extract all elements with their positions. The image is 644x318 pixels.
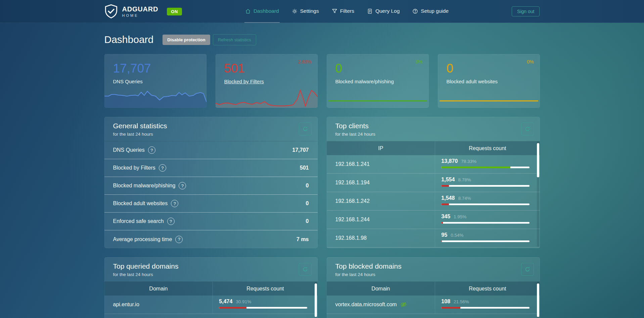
stat-label: Average processing time: [113, 236, 172, 242]
client-row: 192.168.1.98 950.54%: [327, 229, 540, 247]
help-icon[interactable]: ?: [148, 146, 155, 154]
client-row: 192.168.1.194 1,5548.78%: [327, 174, 540, 192]
nav-item-settings[interactable]: Settings: [291, 0, 320, 23]
panel-subtitle: for the last 24 hours: [335, 132, 531, 137]
stat-row: Blocked adult websites? 0: [104, 195, 318, 213]
refresh-icon: [525, 267, 530, 272]
nav-item-dashboard[interactable]: Dashboard: [244, 0, 280, 23]
column-header-domain: Domain: [104, 282, 213, 296]
stat-row: Blocked by Filters? 501: [104, 159, 318, 177]
refresh-button[interactable]: [299, 263, 312, 276]
table-header: IP Requests count: [327, 141, 540, 155]
domain-row: vortex.data.microsoft.com 10821.56%: [327, 296, 540, 314]
request-count: 108: [441, 299, 450, 305]
column-header-requests-count: Requests count: [213, 282, 317, 296]
column-header-requests-count: Requests count: [435, 282, 540, 296]
general-statistics-panel: General statistics for the last 24 hours…: [104, 117, 318, 248]
stat-label: Blocked by Filters: [113, 165, 155, 171]
client-ip[interactable]: 192.168.1.242: [327, 192, 435, 210]
request-count: 5,474: [219, 299, 232, 305]
stat-value: 0: [306, 200, 309, 207]
refresh-icon: [525, 126, 530, 132]
eye-off-icon[interactable]: [400, 301, 407, 308]
stat-value: 0: [306, 218, 309, 224]
nav-label: Settings: [300, 8, 319, 14]
question-circle-icon: [412, 8, 418, 14]
client-row: 192.168.1.241 13,87078.33%: [327, 155, 540, 174]
stat-cards-row: 17,707 DNS Queries 2.83% 501 Blocked by …: [104, 54, 540, 108]
document-icon: [367, 8, 373, 14]
scrollbar-thumb[interactable]: [315, 283, 317, 317]
client-ip[interactable]: 192.168.1.244: [327, 211, 435, 229]
help-icon[interactable]: ?: [179, 182, 186, 189]
help-icon[interactable]: ?: [175, 236, 183, 243]
help-icon[interactable]: ?: [171, 200, 178, 207]
main-menu: Dashboard Settings Filters: [244, 0, 449, 23]
refresh-icon: [303, 267, 308, 272]
table-header: Domain Requests count: [104, 282, 318, 296]
stat-label: Enforced safe search: [113, 218, 164, 224]
domain-name[interactable]: api.entur.io: [104, 296, 213, 314]
blocked-filters-link[interactable]: Blocked by Filters: [224, 79, 264, 84]
refresh-statistics-button[interactable]: Refresh statistics: [213, 34, 256, 45]
scrollbar-thumb[interactable]: [537, 143, 539, 177]
disable-protection-button[interactable]: Disable protection: [163, 35, 210, 45]
panel-subtitle: for the last 24 hours: [113, 272, 309, 277]
progress-bar-fill: [441, 307, 460, 309]
request-count: 13,870: [441, 158, 458, 164]
stat-value: 501: [300, 165, 309, 171]
flat-sparkline: [328, 100, 427, 101]
client-row: 192.168.1.242 1,5488.74%: [327, 192, 540, 211]
sign-out-button[interactable]: Sign out: [512, 6, 540, 16]
progress-bar: [441, 307, 530, 309]
request-percent: 0.54%: [451, 233, 463, 238]
progress-bar: [219, 307, 307, 309]
nav-item-query-log[interactable]: Query Log: [366, 0, 400, 23]
request-percent: 78.33%: [461, 159, 476, 164]
column-header-requests-count: Requests count: [435, 141, 540, 155]
progress-bar-fill: [441, 185, 449, 187]
stat-row: DNS Queries? 17,707: [104, 141, 318, 159]
blocked-malware-percent: 0%: [416, 59, 422, 64]
flat-sparkline: [440, 100, 538, 101]
panel-title: Top clients: [335, 122, 531, 130]
progress-bar-fill: [441, 222, 443, 224]
dns-queries-value: 17,707: [113, 62, 206, 75]
top-queried-domains-panel: Top queried domains for the last 24 hour…: [104, 257, 318, 318]
blocked-adult-label: Blocked adult websites: [447, 79, 498, 84]
client-ip[interactable]: 192.168.1.98: [327, 229, 435, 247]
table-header: Domain Requests count: [327, 282, 540, 296]
column-header-domain: Domain: [327, 282, 435, 296]
nav-label: Dashboard: [254, 8, 279, 14]
card-blocked-filters: 2.83% 501 Blocked by Filters: [216, 54, 318, 108]
home-icon: [245, 8, 251, 14]
adguard-logo: ADGUARD HOME: [104, 0, 158, 23]
stat-label: Blocked malware/phishing: [113, 183, 176, 189]
protection-status-badge: ON: [167, 8, 182, 15]
refresh-button[interactable]: [299, 123, 312, 135]
client-ip[interactable]: 192.168.1.194: [327, 174, 435, 192]
request-percent: 21.56%: [454, 299, 469, 304]
scrollbar-thumb[interactable]: [537, 283, 539, 317]
nav-item-setup-guide[interactable]: Setup guide: [412, 0, 449, 23]
blocked-malware-label: Blocked malware/phishing: [335, 79, 394, 84]
client-ip[interactable]: 192.168.1.241: [327, 155, 435, 173]
column-header-ip: IP: [327, 141, 435, 155]
card-dns-queries: 17,707 DNS Queries: [104, 54, 206, 108]
refresh-button[interactable]: [521, 263, 534, 276]
refresh-icon: [303, 126, 308, 132]
help-icon[interactable]: ?: [159, 164, 166, 172]
progress-bar-fill: [441, 203, 449, 205]
card-blocked-adult: 0% 0 Blocked adult websites: [438, 54, 540, 108]
progress-bar: [441, 185, 530, 187]
dns-queries-label: DNS Queries: [113, 79, 143, 84]
shield-check-icon: [104, 4, 118, 19]
domain-name[interactable]: vortex.data.microsoft.com: [335, 302, 397, 308]
refresh-button[interactable]: [521, 123, 534, 135]
help-icon[interactable]: ?: [167, 218, 175, 225]
request-count: 1,554: [441, 177, 455, 183]
gear-icon: [292, 8, 297, 14]
card-blocked-malware: 0% 0 Blocked malware/phishing: [327, 54, 429, 108]
nav-item-filters[interactable]: Filters: [331, 0, 355, 23]
progress-bar: [441, 240, 530, 242]
